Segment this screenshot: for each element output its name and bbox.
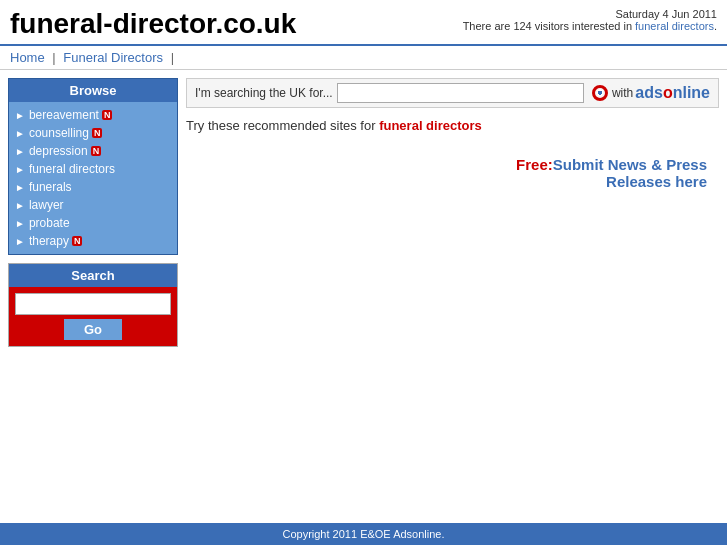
browse-item-lawyer[interactable]: ► lawyer	[15, 196, 171, 214]
browse-box: Browse ► bereavement N ► counselling N ►…	[8, 78, 178, 255]
browse-link-bereavement[interactable]: bereavement	[29, 108, 99, 122]
new-badge: N	[102, 110, 113, 120]
visitor-text: There are 124 visitors interested in	[463, 20, 635, 32]
browse-item-therapy[interactable]: ► therapy N	[15, 232, 171, 250]
footer: Copyright 2011 E&OE Adsonline.	[0, 523, 727, 545]
arrow-icon: ►	[15, 110, 25, 121]
nav-bar: Home | Funeral Directors |	[0, 46, 727, 70]
new-badge: N	[72, 236, 83, 246]
browse-item-probate[interactable]: ► probate	[15, 214, 171, 232]
browse-title: Browse	[9, 79, 177, 102]
try-these-prefix: Try these recommended sites for	[186, 118, 379, 133]
browse-item-counselling[interactable]: ► counselling N	[15, 124, 171, 142]
arrow-icon: ►	[15, 182, 25, 193]
search-box: Search Go	[8, 263, 178, 347]
nav-sep1: |	[52, 50, 59, 65]
nav-funeral-directors[interactable]: Funeral Directors	[63, 50, 163, 65]
free-submit[interactable]: Free:Submit News & PressReleases here	[516, 156, 707, 190]
visitor-link[interactable]: funeral directors	[635, 20, 714, 32]
with-label: with	[612, 86, 633, 100]
nav-home[interactable]: Home	[10, 50, 45, 65]
sidebar: Browse ► bereavement N ► counselling N ►…	[8, 78, 178, 347]
nav-sep2: |	[171, 50, 174, 65]
arrow-icon: ►	[15, 164, 25, 175]
try-these: Try these recommended sites for funeral …	[186, 118, 482, 133]
browse-link-therapy[interactable]: therapy	[29, 234, 69, 248]
search-input[interactable]	[15, 293, 171, 315]
uk-search-bar: I'm searching the UK for... with adsonli…	[186, 78, 719, 108]
arrow-icon: ►	[15, 200, 25, 211]
header-info: Saturday 4 Jun 2011 There are 124 visito…	[463, 8, 717, 32]
search-title: Search	[9, 264, 177, 287]
browse-item-depression[interactable]: ► depression N	[15, 142, 171, 160]
ads-brand: adsonline	[635, 84, 710, 102]
browse-link-depression[interactable]: depression	[29, 144, 88, 158]
site-title: funeral-director.co.uk	[10, 8, 296, 40]
date-text: Saturday 4 Jun 2011	[615, 8, 717, 20]
uk-search-input[interactable]	[337, 83, 584, 103]
ads-logo: with adsonline	[592, 84, 710, 102]
visitor-end: .	[714, 20, 717, 32]
browse-link-funerals[interactable]: funerals	[29, 180, 72, 194]
browse-list: ► bereavement N ► counselling N ► depres…	[9, 102, 177, 254]
browse-link-counselling[interactable]: counselling	[29, 126, 89, 140]
footer-text: Copyright 2011 E&OE Adsonline.	[282, 528, 444, 540]
search-inner: Go	[9, 287, 177, 346]
radio-icon	[592, 85, 608, 101]
arrow-icon: ►	[15, 146, 25, 157]
submit-text[interactable]: Submit News & PressReleases here	[553, 156, 707, 190]
new-badge: N	[91, 146, 102, 156]
browse-item-funerals[interactable]: ► funerals	[15, 178, 171, 196]
content-area: I'm searching the UK for... with adsonli…	[186, 78, 719, 347]
browse-item-funeral-directors[interactable]: ► funeral directors	[15, 160, 171, 178]
search-button[interactable]: Go	[64, 319, 122, 340]
browse-link-funeral-directors[interactable]: funeral directors	[29, 162, 115, 176]
free-label: Free:	[516, 156, 553, 173]
browse-link-lawyer[interactable]: lawyer	[29, 198, 64, 212]
browse-link-probate[interactable]: probate	[29, 216, 70, 230]
arrow-icon: ►	[15, 218, 25, 229]
new-badge: N	[92, 128, 103, 138]
arrow-icon: ►	[15, 236, 25, 247]
try-these-link[interactable]: funeral directors	[379, 118, 482, 133]
arrow-icon: ►	[15, 128, 25, 139]
uk-search-label: I'm searching the UK for...	[195, 86, 333, 100]
browse-item-bereavement[interactable]: ► bereavement N	[15, 106, 171, 124]
